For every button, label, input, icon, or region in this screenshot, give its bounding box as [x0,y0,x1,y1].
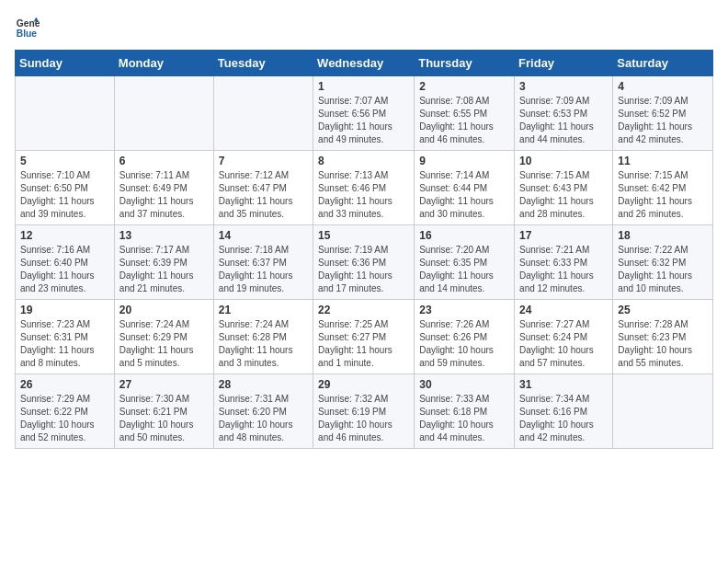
day-info: Sunrise: 7:11 AM Sunset: 6:49 PM Dayligh… [119,169,209,221]
day-number: 28 [219,378,308,391]
calendar-cell: 4Sunrise: 7:09 AM Sunset: 6:52 PM Daylig… [613,76,713,151]
day-number: 1 [318,80,409,93]
calendar-cell [16,76,115,151]
day-info: Sunrise: 7:33 AM Sunset: 6:18 PM Dayligh… [419,393,509,444]
day-number: 21 [219,304,308,316]
day-number: 18 [618,229,708,242]
day-number: 25 [618,304,708,316]
day-number: 29 [318,378,409,391]
calendar-cell: 17Sunrise: 7:21 AM Sunset: 6:33 PM Dayli… [515,225,613,300]
column-header-sunday: Sunday [16,51,115,76]
column-header-wednesday: Wednesday [313,51,415,76]
day-info: Sunrise: 7:32 AM Sunset: 6:19 PM Dayligh… [318,393,409,444]
day-number: 13 [119,229,209,242]
calendar-cell: 5Sunrise: 7:10 AM Sunset: 6:50 PM Daylig… [16,151,115,225]
calendar-table: SundayMondayTuesdayWednesdayThursdayFrid… [15,50,713,449]
calendar-cell [613,374,713,449]
calendar-cell: 1Sunrise: 7:07 AM Sunset: 6:56 PM Daylig… [313,76,415,151]
day-info: Sunrise: 7:08 AM Sunset: 6:55 PM Dayligh… [419,95,509,146]
day-number: 14 [219,229,308,242]
column-header-monday: Monday [114,51,213,76]
calendar-cell: 18Sunrise: 7:22 AM Sunset: 6:32 PM Dayli… [613,225,713,300]
day-info: Sunrise: 7:15 AM Sunset: 6:42 PM Dayligh… [618,169,708,221]
calendar-cell [114,76,213,151]
calendar-cell: 9Sunrise: 7:14 AM Sunset: 6:44 PM Daylig… [415,151,515,225]
day-info: Sunrise: 7:12 AM Sunset: 6:47 PM Dayligh… [219,169,308,221]
calendar-cell: 26Sunrise: 7:29 AM Sunset: 6:22 PM Dayli… [16,374,115,449]
day-info: Sunrise: 7:24 AM Sunset: 6:28 PM Dayligh… [219,318,308,370]
day-info: Sunrise: 7:14 AM Sunset: 6:44 PM Dayligh… [419,169,509,221]
calendar-cell: 13Sunrise: 7:17 AM Sunset: 6:39 PM Dayli… [114,225,213,300]
page-header: General Blue [15,15,713,40]
calendar-cell: 19Sunrise: 7:23 AM Sunset: 6:31 PM Dayli… [16,300,115,374]
day-number: 7 [219,155,308,167]
calendar-cell: 25Sunrise: 7:28 AM Sunset: 6:23 PM Dayli… [613,300,713,374]
day-number: 6 [119,155,209,167]
calendar-cell: 15Sunrise: 7:19 AM Sunset: 6:36 PM Dayli… [313,225,415,300]
day-info: Sunrise: 7:17 AM Sunset: 6:39 PM Dayligh… [119,244,209,295]
calendar-cell: 10Sunrise: 7:15 AM Sunset: 6:43 PM Dayli… [515,151,613,225]
calendar-cell: 23Sunrise: 7:26 AM Sunset: 6:26 PM Dayli… [415,300,515,374]
calendar-cell: 30Sunrise: 7:33 AM Sunset: 6:18 PM Dayli… [415,374,515,449]
day-info: Sunrise: 7:28 AM Sunset: 6:23 PM Dayligh… [618,318,708,370]
day-info: Sunrise: 7:10 AM Sunset: 6:50 PM Dayligh… [20,169,109,221]
day-number: 4 [618,80,708,93]
day-number: 27 [119,378,209,391]
calendar-row: 12Sunrise: 7:16 AM Sunset: 6:40 PM Dayli… [16,225,713,300]
day-info: Sunrise: 7:23 AM Sunset: 6:31 PM Dayligh… [20,318,109,370]
calendar-cell: 6Sunrise: 7:11 AM Sunset: 6:49 PM Daylig… [114,151,213,225]
calendar-cell: 21Sunrise: 7:24 AM Sunset: 6:28 PM Dayli… [213,300,313,374]
calendar-cell: 8Sunrise: 7:13 AM Sunset: 6:46 PM Daylig… [313,151,415,225]
day-info: Sunrise: 7:09 AM Sunset: 6:52 PM Dayligh… [618,95,708,146]
day-number: 23 [419,304,509,316]
day-info: Sunrise: 7:31 AM Sunset: 6:20 PM Dayligh… [219,393,308,444]
day-number: 8 [318,155,409,167]
day-number: 24 [519,304,608,316]
day-number: 19 [20,304,109,316]
calendar-cell: 11Sunrise: 7:15 AM Sunset: 6:42 PM Dayli… [613,151,713,225]
calendar-cell: 12Sunrise: 7:16 AM Sunset: 6:40 PM Dayli… [16,225,115,300]
logo-icon: General Blue [15,15,40,40]
calendar-row: 26Sunrise: 7:29 AM Sunset: 6:22 PM Dayli… [16,374,713,449]
day-info: Sunrise: 7:34 AM Sunset: 6:16 PM Dayligh… [519,393,608,444]
calendar-cell: 7Sunrise: 7:12 AM Sunset: 6:47 PM Daylig… [213,151,313,225]
day-number: 3 [519,80,608,93]
day-info: Sunrise: 7:19 AM Sunset: 6:36 PM Dayligh… [318,244,409,295]
column-header-saturday: Saturday [613,51,713,76]
day-number: 12 [20,229,109,242]
calendar-row: 19Sunrise: 7:23 AM Sunset: 6:31 PM Dayli… [16,300,713,374]
day-info: Sunrise: 7:18 AM Sunset: 6:37 PM Dayligh… [219,244,308,295]
day-info: Sunrise: 7:30 AM Sunset: 6:21 PM Dayligh… [119,393,209,444]
calendar-cell [213,76,313,151]
day-number: 31 [519,378,608,391]
day-number: 26 [20,378,109,391]
calendar-cell: 20Sunrise: 7:24 AM Sunset: 6:29 PM Dayli… [114,300,213,374]
day-number: 2 [419,80,509,93]
day-info: Sunrise: 7:13 AM Sunset: 6:46 PM Dayligh… [318,169,409,221]
day-info: Sunrise: 7:29 AM Sunset: 6:22 PM Dayligh… [20,393,109,444]
day-info: Sunrise: 7:25 AM Sunset: 6:27 PM Dayligh… [318,318,409,370]
svg-text:Blue: Blue [17,29,38,39]
calendar-cell: 14Sunrise: 7:18 AM Sunset: 6:37 PM Dayli… [213,225,313,300]
calendar-cell: 24Sunrise: 7:27 AM Sunset: 6:24 PM Dayli… [515,300,613,374]
day-number: 30 [419,378,509,391]
day-number: 9 [419,155,509,167]
column-header-thursday: Thursday [415,51,515,76]
calendar-cell: 22Sunrise: 7:25 AM Sunset: 6:27 PM Dayli… [313,300,415,374]
day-info: Sunrise: 7:21 AM Sunset: 6:33 PM Dayligh… [519,244,608,295]
header-row: SundayMondayTuesdayWednesdayThursdayFrid… [16,51,713,76]
day-info: Sunrise: 7:22 AM Sunset: 6:32 PM Dayligh… [618,244,708,295]
calendar-row: 1Sunrise: 7:07 AM Sunset: 6:56 PM Daylig… [16,76,713,151]
day-number: 15 [318,229,409,242]
day-number: 16 [419,229,509,242]
day-info: Sunrise: 7:20 AM Sunset: 6:35 PM Dayligh… [419,244,509,295]
calendar-cell: 2Sunrise: 7:08 AM Sunset: 6:55 PM Daylig… [415,76,515,151]
calendar-cell: 3Sunrise: 7:09 AM Sunset: 6:53 PM Daylig… [515,76,613,151]
calendar-cell: 27Sunrise: 7:30 AM Sunset: 6:21 PM Dayli… [114,374,213,449]
logo: General Blue [15,15,44,40]
calendar-cell: 28Sunrise: 7:31 AM Sunset: 6:20 PM Dayli… [213,374,313,449]
column-header-friday: Friday [515,51,613,76]
day-info: Sunrise: 7:15 AM Sunset: 6:43 PM Dayligh… [519,169,608,221]
day-number: 10 [519,155,608,167]
day-info: Sunrise: 7:26 AM Sunset: 6:26 PM Dayligh… [419,318,509,370]
